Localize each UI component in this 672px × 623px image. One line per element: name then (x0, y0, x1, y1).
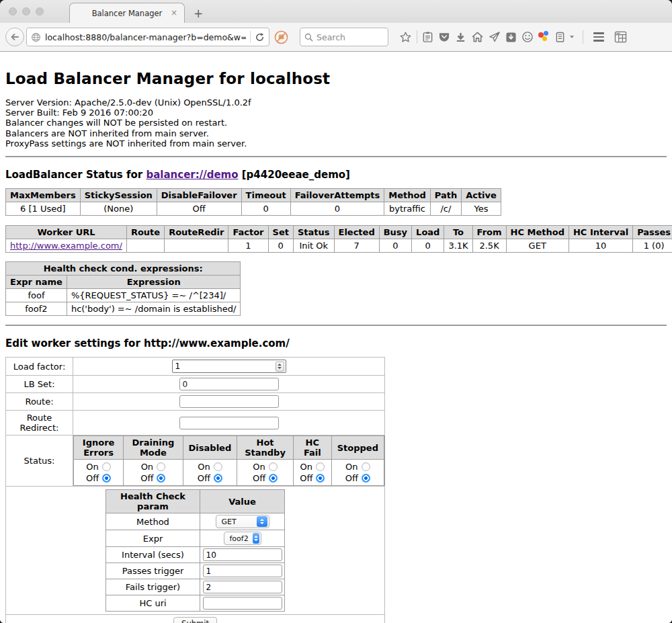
col-busy: Busy (379, 226, 411, 239)
plugin-blocked-icon[interactable] (274, 30, 288, 44)
interval-input[interactable] (203, 548, 282, 561)
hc-uri-input[interactable] (203, 597, 282, 610)
method-select-value: GET (222, 517, 237, 526)
loadbalancer-status-heading: LoadBalancer Status for balancer://demo … (5, 169, 667, 181)
draining-mode-off-radio[interactable] (157, 474, 165, 483)
lb-set-label: LB Set: (6, 376, 73, 393)
draining-mode-on-radio[interactable] (157, 462, 165, 471)
list-panel-icon[interactable] (555, 31, 565, 43)
new-tab-button[interactable]: + (194, 7, 203, 20)
tab-close-icon[interactable]: × (171, 8, 177, 17)
menu-icon[interactable] (593, 32, 604, 42)
ignore-errors-radios: On Off (74, 460, 124, 486)
cell-hc-interval: 10 (569, 239, 632, 253)
lb-set-input[interactable] (179, 378, 279, 390)
home-icon[interactable] (471, 31, 484, 43)
method-select[interactable]: GET (216, 515, 269, 528)
search-bar[interactable] (300, 28, 388, 46)
hc-row-expr: Expr foof2 (106, 530, 285, 547)
route-redirect-label: Route Redirect: (6, 411, 73, 435)
back-button[interactable] (5, 28, 24, 46)
number-stepper-icon[interactable] (276, 362, 284, 372)
fails-input[interactable] (203, 581, 282, 593)
hot-standby-on-radio[interactable] (269, 462, 278, 471)
col-hc-interval: HC Interval (569, 226, 632, 239)
reload-icon[interactable] (255, 32, 265, 42)
col-stopped: Stopped (331, 436, 384, 460)
col-maxmembers: MaxMembers (6, 189, 81, 202)
disabled-off-radio[interactable] (214, 474, 222, 483)
col-from: From (472, 226, 506, 239)
expr-label: Expr (106, 530, 200, 547)
close-window-button[interactable] (9, 7, 17, 15)
cell-path: /c/ (430, 202, 461, 216)
col-active: Active (462, 189, 501, 202)
hc-row-method: Method GET (106, 513, 285, 530)
worker-url-link[interactable]: http://www.example.com/ (10, 241, 122, 251)
stopped-off-radio[interactable] (362, 474, 370, 483)
hc-header-row: Health Check param Value (106, 490, 285, 513)
health-check-expressions-table: Health check cond. expressions: Expr nam… (5, 261, 241, 316)
disabled-radios: On Off (183, 460, 237, 486)
apps-grid-icon[interactable] (614, 31, 627, 43)
col-load: Load (412, 226, 444, 239)
download-icon[interactable] (455, 32, 466, 43)
col-stickysession: StickySession (80, 189, 157, 202)
hc-fail-radios: On Off (293, 460, 331, 486)
colorful-extension-icon[interactable] (538, 31, 550, 43)
disabled-on-radio[interactable] (214, 462, 222, 471)
page-content: Load Balancer Manager for localhost Serv… (0, 52, 672, 623)
cell-active: Yes (462, 202, 501, 216)
pocket-icon[interactable] (438, 32, 450, 43)
cell-stickysession: (None) (80, 202, 157, 216)
load-factor-input[interactable] (173, 361, 276, 372)
route-input[interactable] (179, 395, 279, 408)
col-elected: Elected (334, 226, 379, 239)
ignore-errors-on-radio[interactable] (102, 462, 111, 471)
zoom-window-button[interactable] (36, 7, 44, 15)
dropdown-caret-icon[interactable] (570, 36, 574, 38)
expr-row: foof2 hc('body') =~ /domain is establish… (6, 302, 241, 316)
off-label: Off (140, 472, 153, 484)
edit-worker-form: Load factor: LB Set: Route: Route Redire… (5, 357, 385, 623)
cell-load: 0 (412, 239, 444, 253)
bookmark-star-icon[interactable] (399, 31, 412, 44)
status-label: Status: (6, 435, 73, 487)
minimize-window-button[interactable] (22, 7, 30, 15)
search-input[interactable] (317, 32, 384, 42)
server-version-line: Server Version: Apache/2.5.0-dev (Unix) … (5, 97, 667, 108)
url-input[interactable] (45, 32, 246, 42)
expr-select[interactable]: foof2 (224, 532, 261, 545)
cell-timeout: 0 (241, 202, 290, 216)
passes-input[interactable] (203, 565, 282, 577)
cell-from: 2.5K (472, 239, 506, 253)
reading-list-icon[interactable] (422, 31, 433, 43)
expr-table-caption: Health check cond. expressions: (6, 262, 241, 276)
col-hc-param: Health Check param (106, 490, 200, 513)
feedback-smiley-icon[interactable] (521, 31, 534, 43)
cell-routeredir (165, 239, 228, 253)
submit-button[interactable]: Submit (173, 617, 217, 623)
tab-balancer-manager[interactable]: Balancer Manager × (69, 3, 185, 23)
route-redirect-input[interactable] (179, 417, 279, 429)
balancer-demo-link[interactable]: balancer://demo (146, 169, 238, 181)
health-check-param-table: Health Check param Value Method GET (106, 489, 285, 612)
stopped-on-radio[interactable] (362, 462, 370, 471)
ignore-errors-off-radio[interactable] (102, 474, 111, 483)
hc-fail-on-radio[interactable] (316, 462, 325, 471)
off-label: Off (253, 472, 265, 484)
edit-worker-heading: Edit worker settings for http://www.exam… (5, 337, 667, 349)
col-disablefailover: DisableFailover (157, 189, 241, 202)
table-caption-row: Health check cond. expressions: (6, 262, 241, 276)
downloads-panel-icon[interactable] (505, 32, 517, 43)
hot-standby-off-radio[interactable] (269, 474, 278, 483)
balancer-status-table: MaxMembers StickySession DisableFailover… (5, 188, 501, 216)
expr-row: foof %{REQUEST_STATUS} =~ /^[234]/ (6, 289, 241, 302)
col-hc-method: HC Method (506, 226, 569, 239)
col-method: Method (384, 189, 430, 202)
site-globe-icon[interactable] (31, 32, 41, 42)
url-bar[interactable] (26, 28, 269, 46)
share-plane-icon[interactable] (489, 31, 501, 43)
on-label: On (141, 461, 153, 472)
hc-fail-off-radio[interactable] (316, 474, 325, 483)
